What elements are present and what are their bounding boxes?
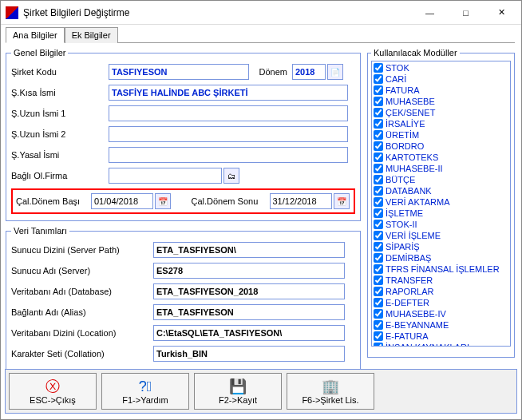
yasal-isim-input[interactable] bbox=[109, 147, 348, 163]
modul-item[interactable]: İNSAN KAYNAKLARI bbox=[374, 342, 508, 347]
modul-checkbox[interactable] bbox=[374, 320, 383, 330]
sunucu-dizini-input[interactable] bbox=[153, 242, 345, 258]
f2-kayit-button[interactable]: 💾 F2->Kayıt bbox=[194, 373, 282, 410]
tab-ek-bilgiler[interactable]: Ek Bilgiler bbox=[65, 27, 118, 43]
modul-item[interactable]: VERİ İŞLEME bbox=[374, 230, 508, 241]
modul-checkbox[interactable] bbox=[374, 63, 383, 73]
modul-label: ÜRETİM bbox=[386, 130, 419, 140]
donem-input[interactable] bbox=[292, 64, 326, 80]
title-bar: Şirket Bilgileri Değiştirme ― □ ✕ bbox=[1, 1, 521, 25]
modul-label: KARTOTEKS bbox=[386, 153, 438, 162]
modul-label: RAPORLAR bbox=[386, 287, 434, 296]
close-icon: ⓧ bbox=[44, 378, 61, 395]
close-button[interactable]: ✕ bbox=[484, 2, 520, 24]
modul-item[interactable]: DATABANK bbox=[374, 185, 508, 196]
modul-label: İRSALİYE bbox=[386, 119, 425, 129]
genel-bilgiler-legend: Genel Bilgiler bbox=[11, 48, 68, 57]
modul-item[interactable]: CARİ bbox=[374, 73, 508, 85]
sirket-kodu-input[interactable] bbox=[109, 64, 249, 80]
modul-checkbox[interactable] bbox=[374, 264, 383, 274]
sunucu-dizini-label: Sunucu Dizini (Server Path) bbox=[11, 245, 153, 255]
modul-item[interactable]: İŞLETME bbox=[374, 208, 508, 219]
uzun-isim2-input[interactable] bbox=[109, 126, 348, 142]
tab-ana-bilgiler[interactable]: Ana Bilgiler bbox=[6, 27, 65, 43]
modul-checkbox[interactable] bbox=[374, 85, 383, 95]
karakter-seti-input[interactable] bbox=[153, 346, 345, 362]
modul-item[interactable]: İRSALİYE bbox=[374, 118, 508, 129]
bagli-firma-picker-icon[interactable]: 🗂 bbox=[223, 168, 239, 184]
donem-basi-label: Çal.Dönem Başı bbox=[16, 196, 91, 206]
modul-item[interactable]: FATURA bbox=[374, 85, 508, 96]
donem-sonu-input[interactable] bbox=[270, 193, 332, 209]
modul-checkbox[interactable] bbox=[374, 343, 383, 347]
modul-item[interactable]: STOK-II bbox=[374, 219, 508, 230]
modul-list[interactable]: STOKCARİFATURAMUHASEBEÇEK/SENETİRSALİYEÜ… bbox=[371, 61, 511, 347]
modul-item[interactable]: MUHASEBE-IV bbox=[374, 308, 508, 319]
tab-bar: Ana Bilgiler Ek Bilgiler bbox=[6, 26, 515, 43]
modul-checkbox[interactable] bbox=[374, 298, 383, 307]
modul-checkbox[interactable] bbox=[374, 287, 383, 296]
modul-checkbox[interactable] bbox=[374, 175, 383, 184]
donem-basi-input[interactable] bbox=[91, 193, 153, 209]
f6-sirket-lis-button[interactable]: 🏢 F6->Şirket Lis. bbox=[287, 373, 374, 410]
modul-item[interactable]: ÜRETİM bbox=[374, 129, 508, 141]
modul-checkbox[interactable] bbox=[374, 197, 383, 207]
modul-checkbox[interactable] bbox=[374, 153, 383, 162]
modul-label: STOK bbox=[386, 63, 409, 73]
modul-checkbox[interactable] bbox=[374, 309, 383, 319]
modul-label: DEMİRBAŞ bbox=[386, 253, 431, 263]
modul-label: İŞLETME bbox=[386, 208, 423, 218]
modul-item[interactable]: ÇEK/SENET bbox=[374, 107, 508, 118]
modul-checkbox[interactable] bbox=[374, 231, 383, 240]
modul-item[interactable]: TRANSFER bbox=[374, 275, 508, 286]
modul-checkbox[interactable] bbox=[374, 97, 383, 106]
modul-checkbox[interactable] bbox=[374, 242, 383, 252]
veritabani-dizini-input[interactable] bbox=[153, 325, 345, 341]
modul-checkbox[interactable] bbox=[374, 141, 383, 151]
minimize-button[interactable]: ― bbox=[412, 2, 448, 24]
modul-item[interactable]: VERİ AKTARMA bbox=[374, 196, 508, 208]
modul-label: ÇEK/SENET bbox=[386, 108, 435, 117]
maximize-button[interactable]: □ bbox=[448, 2, 484, 24]
yasal-isim-label: Ş.Yasal İsmi bbox=[11, 150, 109, 160]
uzun-isim1-input[interactable] bbox=[109, 105, 348, 121]
modul-checkbox[interactable] bbox=[374, 74, 383, 84]
bagli-firma-input[interactable] bbox=[109, 168, 222, 184]
modul-checkbox[interactable] bbox=[374, 119, 383, 129]
modul-label: BORDRO bbox=[386, 141, 424, 151]
baglanti-adi-input[interactable] bbox=[153, 304, 345, 320]
donem-basi-date-icon[interactable]: 📅 bbox=[155, 193, 171, 209]
modul-item[interactable]: STOK bbox=[374, 62, 508, 73]
modul-item[interactable]: KARTOTEKS bbox=[374, 152, 508, 163]
modul-checkbox[interactable] bbox=[374, 108, 383, 117]
modul-label: MUHASEBE-IV bbox=[386, 309, 446, 319]
modul-item[interactable]: E-FATURA bbox=[374, 331, 508, 342]
veritabani-adi-input[interactable] bbox=[153, 283, 345, 299]
modul-checkbox[interactable] bbox=[374, 186, 383, 196]
modul-item[interactable]: E-DEFTER bbox=[374, 297, 508, 308]
modul-checkbox[interactable] bbox=[374, 331, 383, 341]
modul-item[interactable]: MUHASEBE bbox=[374, 96, 508, 107]
kisa-isim-input[interactable] bbox=[109, 85, 348, 101]
modul-item[interactable]: BÜTÇE bbox=[374, 174, 508, 185]
f1-yardim-button[interactable]: ?⃝ F1->Yardım bbox=[101, 373, 189, 410]
modul-checkbox[interactable] bbox=[374, 253, 383, 263]
sunucu-adi-input[interactable] bbox=[153, 263, 345, 279]
esc-cikis-button[interactable]: ⓧ ESC->Çıkış bbox=[9, 373, 97, 410]
donem-sonu-date-icon[interactable]: 📅 bbox=[334, 193, 350, 209]
modul-checkbox[interactable] bbox=[374, 208, 383, 218]
modul-item[interactable]: MUHASEBE-II bbox=[374, 163, 508, 174]
modul-item[interactable]: TFRS FİNANSAL İŞLEMLER bbox=[374, 263, 508, 275]
modul-checkbox[interactable] bbox=[374, 164, 383, 173]
donem-picker-icon[interactable]: 📄 bbox=[327, 64, 343, 80]
modul-item[interactable]: RAPORLAR bbox=[374, 286, 508, 297]
modul-item[interactable]: DEMİRBAŞ bbox=[374, 252, 508, 263]
modul-label: E-DEFTER bbox=[386, 298, 429, 307]
modul-checkbox[interactable] bbox=[374, 220, 383, 229]
modul-item[interactable]: BORDRO bbox=[374, 141, 508, 152]
modul-item[interactable]: SİPARİŞ bbox=[374, 241, 508, 252]
modul-checkbox[interactable] bbox=[374, 275, 383, 285]
modul-item[interactable]: E-BEYANNAME bbox=[374, 319, 508, 331]
modul-checkbox[interactable] bbox=[374, 130, 383, 140]
modul-label: DATABANK bbox=[386, 186, 432, 196]
